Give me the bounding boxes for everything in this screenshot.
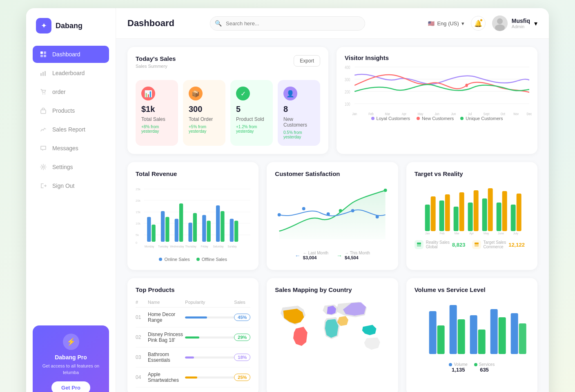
row4-sales: 25%	[234, 368, 250, 388]
dashboard-icon	[39, 50, 47, 58]
last-month-value: $3,004	[303, 255, 328, 260]
promo-card: ⚡ Dabang Pro Get access to all features …	[33, 325, 109, 392]
svg-text:5k: 5k	[136, 233, 139, 237]
svg-point-73	[339, 209, 342, 212]
products-header-row: # Name Popularity Sales	[136, 297, 250, 307]
app-container: ✦ Dabang Dashboard Leaderboard order	[26, 8, 549, 392]
row2-popularity	[185, 327, 234, 347]
sidebar-item-signout[interactable]: Sign Out	[33, 177, 109, 194]
svg-rect-48	[161, 211, 165, 242]
get-pro-button[interactable]: Get Pro	[51, 381, 90, 392]
online-label: Online Sales	[164, 257, 189, 262]
sidebar-item-messages[interactable]: Messages	[33, 140, 109, 157]
legend-loyal: Loyal Customers	[371, 116, 410, 121]
svg-rect-96	[417, 243, 421, 244]
target-vs-reality-card: Target vs Reality	[406, 162, 537, 270]
header: Dashboard 🔍 🇺🇸 Eng (US) ▾ 🔔	[116, 8, 549, 39]
svg-rect-47	[152, 225, 155, 242]
sidebar-item-settings[interactable]: Settings	[33, 158, 109, 176]
promo-icon: ⚡	[63, 334, 79, 350]
online-sales-legend: Online Sales	[159, 257, 189, 262]
volume-legend-item: Volume 1,135	[449, 362, 467, 373]
svg-rect-87	[516, 194, 521, 231]
svg-text:Apr: Apr	[402, 112, 407, 116]
svg-rect-5	[42, 72, 44, 76]
sidebar-label-sales-report: Sales Report	[52, 126, 85, 133]
svg-rect-51	[179, 203, 183, 242]
revenue-legend: Online Sales Offline Sales	[136, 257, 250, 262]
reality-sublabel: Global	[426, 245, 450, 249]
sidebar-item-leaderboard[interactable]: Leaderboard	[33, 65, 109, 82]
tvr-title: Target vs Reality	[415, 170, 529, 177]
svg-rect-75	[430, 196, 435, 231]
stat-total-sales: 📊 $1k Total Sales +8% from yesterday	[136, 80, 178, 146]
sidebar-item-dashboard[interactable]: Dashboard	[33, 46, 109, 63]
language-selector[interactable]: 🇺🇸 Eng (US) ▾	[428, 20, 464, 27]
sidebar-item-sales-report[interactable]: Sales Report	[33, 121, 109, 138]
customer-satisfaction-title: Customer Satisfaction	[275, 170, 390, 177]
svg-rect-46	[147, 217, 151, 242]
products-table: # Name Popularity Sales 01 Home Decor Ra…	[136, 297, 250, 388]
page-title: Dashboard	[127, 18, 174, 29]
user-chevron-icon: ▾	[534, 20, 537, 27]
flag-icon: 🇺🇸	[428, 20, 435, 27]
total-order-change: +5% from yesterday	[189, 125, 220, 134]
total-sales-change: +8% from yesterday	[141, 125, 172, 134]
stat-new-customers: 👤 8 New Customers 0.5% from yesterday	[278, 80, 320, 146]
svg-text:Apr: Apr	[469, 232, 474, 235]
chevron-down-icon: ▾	[461, 20, 464, 27]
order-icon	[39, 88, 47, 96]
svg-rect-58	[230, 219, 234, 242]
sidebar-item-order[interactable]: order	[33, 83, 109, 100]
visitor-insights-title: Visitor Insights	[345, 54, 529, 61]
new-label: New Customers	[422, 116, 454, 121]
svg-rect-100	[429, 311, 436, 354]
svg-text:Tuesday: Tuesday	[158, 245, 169, 248]
svg-rect-108	[510, 313, 518, 354]
sidebar-label-products: Products	[52, 107, 75, 114]
sidebar-label-messages: Messages	[52, 145, 78, 151]
dashboard-body: Today's Sales Sales Summery Export 📊 $1k…	[116, 39, 549, 392]
search-input[interactable]	[210, 16, 365, 31]
sidebar: ✦ Dabang Dashboard Leaderboard order	[26, 8, 116, 392]
export-button[interactable]: Export	[294, 55, 320, 67]
svg-rect-2	[40, 55, 43, 57]
notification-dot	[480, 19, 483, 22]
volume-service-card: Volume vs Service Level	[406, 278, 537, 392]
svg-text:Mar: Mar	[454, 232, 459, 235]
sidebar-label-signout: Sign Out	[52, 183, 74, 189]
sales-mapping-card: Sales Mapping by Country	[267, 278, 398, 392]
offline-label: Offline Sales	[202, 257, 227, 262]
volume-service-title: Volume vs Service Level	[415, 286, 529, 293]
svg-rect-84	[496, 203, 501, 231]
new-customers-label: New Customers	[283, 116, 314, 128]
promo-desc: Get access to all features on telumba	[39, 363, 103, 376]
svg-rect-97	[475, 244, 479, 247]
table-row: 04 Apple Smartwatches 25%	[136, 368, 250, 388]
offline-sales-legend: Offline Sales	[196, 257, 227, 262]
svg-point-13	[495, 24, 505, 31]
row4-popularity	[185, 368, 234, 388]
user-profile[interactable]: Musfiq Admin ▾	[492, 16, 537, 31]
target-label: Target Sales	[484, 240, 506, 245]
row4-name: Apple Smartwatches	[148, 368, 185, 388]
svg-rect-109	[519, 323, 526, 354]
svg-text:Mar: Mar	[385, 112, 390, 116]
product-sold-icon: ✓	[236, 87, 250, 100]
total-revenue-card: Total Revenue 25k 20k 15k 10k 5k 0	[127, 162, 259, 270]
svg-rect-4	[40, 73, 42, 76]
legend-new: New Customers	[417, 116, 454, 121]
svg-rect-103	[457, 319, 465, 354]
svg-rect-57	[221, 211, 224, 242]
row-top: Today's Sales Sales Summery Export 📊 $1k…	[127, 47, 537, 154]
svg-text:20k: 20k	[136, 199, 140, 203]
sidebar-label-settings: Settings	[52, 164, 73, 170]
row1-num: 01	[136, 307, 148, 327]
notifications-button[interactable]: 🔔	[471, 16, 486, 31]
svg-text:Thursday: Thursday	[185, 245, 196, 248]
unique-label: Unique Customers	[466, 116, 503, 121]
volume-value: 1,135	[452, 367, 465, 373]
svg-rect-59	[234, 221, 238, 242]
sidebar-item-products[interactable]: Products	[33, 102, 109, 119]
total-order-icon: 📦	[189, 87, 203, 100]
